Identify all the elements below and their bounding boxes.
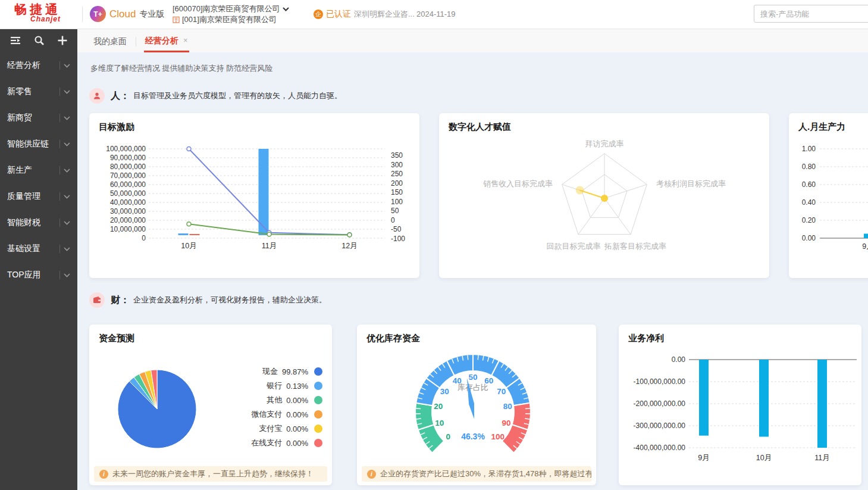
edition-label: 专业版	[139, 9, 164, 20]
svg-text:10月: 10月	[756, 454, 772, 462]
svg-text:80: 80	[503, 402, 512, 411]
svg-text:46.3%: 46.3%	[461, 432, 485, 441]
svg-text:1.00: 1.00	[802, 145, 816, 153]
legend-item-2[interactable]: 其他0.00%	[251, 393, 322, 407]
search-input[interactable]	[754, 5, 868, 23]
collapse-menu-icon[interactable]	[10, 35, 21, 46]
cloud-label: Cloud	[109, 8, 136, 20]
section-finance-title: 财：	[111, 294, 130, 307]
legend-item-4[interactable]: 支付宝0.00%	[251, 422, 322, 436]
cert-status: 已认证	[326, 9, 351, 20]
tab-my-desktop[interactable]: 我的桌面	[92, 30, 128, 52]
sidebar-toolbar	[0, 29, 77, 52]
net-profit-chart: 0.00-100,000,000.00-200,000,000.00-300,0…	[619, 348, 861, 470]
chanjet-logo[interactable]: 畅捷通 Chanjet	[14, 3, 61, 23]
svg-text:0.20: 0.20	[802, 216, 816, 224]
funds-pie-chart	[89, 348, 232, 467]
svg-text:100,000,000: 100,000,000	[106, 145, 146, 153]
inventory-note: i 企业的存货资产比已超过30%，呆滞存货1,478种，即将超过有效...	[362, 466, 591, 482]
sidebar: 经营分析新零售新商贸智能供应链新生产质量管理智能财税基础设置TOP应用	[0, 29, 77, 490]
close-tab-icon[interactable]: ×	[183, 30, 188, 51]
section-finance: 财： 企业资金及盈利分析，可视化财务报告，辅助企业决策。	[89, 292, 868, 308]
legend-item-0[interactable]: 现金99.87%	[251, 364, 322, 379]
svg-text:60,000,000: 60,000,000	[110, 180, 146, 189]
svg-text:10,000,000: 10,000,000	[110, 225, 146, 233]
sidebar-item-7[interactable]: 基础设置	[0, 236, 77, 262]
svg-text:0.80: 0.80	[802, 163, 816, 171]
legend-item-1[interactable]: 银行0.13%	[251, 379, 322, 393]
svg-text:拜访完成率: 拜访完成率	[585, 139, 624, 148]
tab-bar: 我的桌面 经营分析 ×	[77, 29, 868, 52]
svg-text:50: 50	[391, 207, 399, 215]
account-line1: [600070]南京荣臣商贸有限公司	[173, 4, 280, 14]
chevron-down-icon[interactable]	[64, 195, 70, 199]
chevron-down-icon[interactable]	[64, 273, 70, 277]
chevron-down-icon[interactable]	[64, 247, 70, 251]
svg-text:0.40: 0.40	[802, 198, 816, 207]
funds-note: i 未来一周您的账户资金丰厚，一直呈上升趋势，继续保持！	[94, 466, 327, 482]
card-title: 目标激励	[99, 121, 134, 133]
target-chart: 100,000,00090,000,00080,000,00070,000,00…	[89, 137, 419, 259]
svg-text:10: 10	[435, 419, 444, 427]
account-line2: [001]南京荣臣商贸有限公司	[182, 14, 277, 25]
legend-item-3[interactable]: 微信支付0.00%	[251, 407, 322, 422]
chevron-down-icon[interactable]	[64, 168, 70, 173]
search-icon[interactable]	[34, 35, 45, 46]
tab-business-analysis[interactable]: 经营分析 ×	[144, 30, 189, 52]
sidebar-item-5[interactable]: 质量管理	[0, 183, 77, 210]
svg-text:50: 50	[468, 373, 477, 382]
svg-text:销售收入目标完成率: 销售收入目标完成率	[483, 179, 553, 188]
wallet-icon	[89, 292, 105, 308]
sidebar-item-4[interactable]: 新生产	[0, 157, 77, 183]
sidebar-item-1[interactable]: 新零售	[0, 79, 77, 105]
svg-text:0: 0	[446, 432, 451, 441]
sidebar-nav: 经营分析新零售新商贸智能供应链新生产质量管理智能财税基础设置TOP应用	[0, 52, 77, 288]
card-net-profit: 业务净利 0.00-100,000,000.00-200,000,000.00-…	[619, 324, 861, 485]
legend-color-dot	[314, 439, 322, 447]
chevron-down-icon[interactable]	[64, 116, 70, 120]
sidebar-item-0[interactable]: 经营分析	[0, 52, 77, 79]
svg-text:70,000,000: 70,000,000	[110, 171, 146, 180]
chevron-down-icon[interactable]	[64, 142, 70, 146]
building-icon	[173, 16, 180, 23]
sidebar-item-2[interactable]: 新商贸	[0, 105, 77, 131]
svg-text:9月: 9月	[862, 242, 868, 251]
svg-text:30: 30	[440, 387, 449, 396]
chevron-down-icon[interactable]	[283, 7, 289, 11]
topbar: 畅捷通 Chanjet T+ Cloud 专业版 [600070]南京荣臣商贸有…	[0, 0, 868, 29]
talent-radar-chart: 拜访完成率考核利润目标完成率拓新客目标完成率回款目标完成率销售收入目标完成率	[439, 137, 769, 265]
legend-color-dot	[314, 382, 322, 390]
brand-en: Chanjet	[14, 15, 61, 23]
account-switcher[interactable]: [600070]南京荣臣商贸有限公司 [001]南京荣臣商贸有限公司	[173, 4, 289, 25]
plus-icon[interactable]	[57, 35, 68, 46]
svg-text:200: 200	[391, 179, 403, 188]
sidebar-item-6[interactable]: 智能财税	[0, 210, 77, 236]
svg-text:0.00: 0.00	[802, 234, 816, 242]
svg-text:-200,000,000.00: -200,000,000.00	[634, 400, 686, 408]
svg-text:100: 100	[391, 198, 403, 206]
sidebar-item-8[interactable]: TOP应用	[0, 262, 77, 288]
section-people: 人： 目标管理及业务员六度模型，管理有的放矢，人员能力自驱。	[89, 88, 868, 104]
svg-text:10月: 10月	[181, 242, 196, 250]
svg-text:11月: 11月	[814, 454, 829, 462]
svg-text:9月: 9月	[698, 454, 709, 462]
brand-cn: 畅捷通	[14, 3, 61, 16]
svg-text:80,000,000: 80,000,000	[110, 163, 146, 171]
svg-text:20: 20	[434, 402, 443, 411]
dashboard-content: 多维度了解经营情况 提供辅助决策支持 防范经营风险 人： 目标管理及业务员六度模…	[77, 52, 868, 490]
chevron-down-icon[interactable]	[64, 64, 70, 68]
svg-text:0.00: 0.00	[672, 355, 686, 364]
chevron-down-icon[interactable]	[64, 90, 70, 94]
sidebar-item-3[interactable]: 智能供应链	[0, 131, 77, 157]
svg-text:90: 90	[502, 419, 511, 427]
section-people-title: 人：	[111, 90, 130, 102]
card-inventory-funds: 优化库存资金 0102030405060708090100库存占比46.3% i…	[357, 324, 596, 485]
card-title: 优化库存资金	[366, 333, 420, 344]
chevron-down-icon[interactable]	[64, 221, 70, 225]
card-title: 人.月生产力	[798, 121, 845, 133]
cert-badge[interactable]: 企 已认证 深圳明辉企业咨...	[314, 0, 415, 29]
svg-text:90,000,000: 90,000,000	[110, 154, 146, 162]
tplus-cloud-icon: T+	[90, 6, 106, 22]
svg-text:20,000,000: 20,000,000	[110, 216, 146, 224]
legend-item-5[interactable]: 在线支付0.00%	[251, 436, 322, 450]
